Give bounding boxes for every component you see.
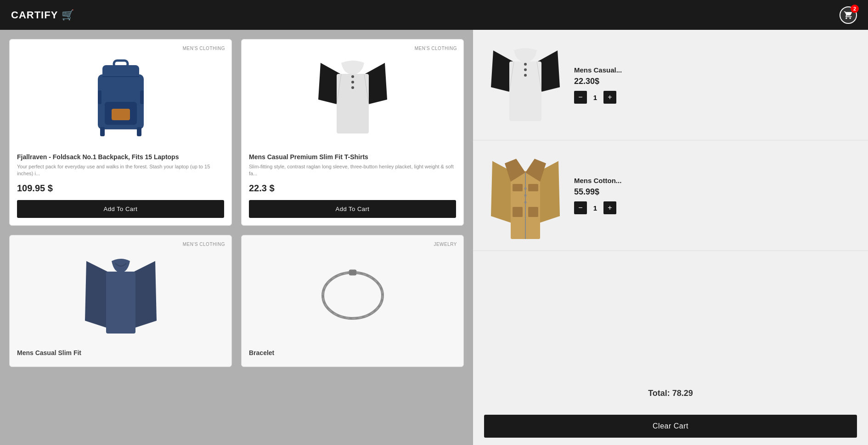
cart-item-tshirt: Mens Casual... 22.30$ − 1 +	[473, 30, 868, 140]
cart-item-details-tshirt: Mens Casual... 22.30$ − 1 +	[574, 66, 857, 104]
svg-point-45	[524, 201, 527, 204]
clear-cart-button[interactable]: Clear Cart	[484, 415, 857, 438]
cart-item-name-tshirt: Mens Casual...	[574, 66, 857, 74]
product-price-1: 109.95 $	[17, 183, 224, 194]
qty-value-tshirt: 1	[591, 94, 600, 101]
product-image-bracelet	[249, 243, 456, 344]
products-area: MEN'S CLOTHING	[0, 30, 473, 445]
svg-rect-24	[349, 270, 356, 275]
svg-rect-9	[140, 90, 144, 104]
svg-point-28	[524, 63, 527, 66]
svg-rect-39	[513, 184, 523, 191]
svg-rect-41	[513, 207, 523, 217]
product-desc-2: Slim-fitting style, contrast raglan long…	[249, 163, 456, 178]
svg-rect-21	[106, 272, 135, 334]
svg-marker-19	[85, 261, 109, 328]
svg-point-22	[323, 273, 383, 318]
product-category-3: MEN'S CLOTHING	[183, 242, 225, 247]
decrease-qty-jacket[interactable]: −	[574, 201, 587, 214]
add-to-cart-btn-1[interactable]: Add To Cart	[17, 200, 224, 218]
cart-item-jacket: Mens Cotton... 55.99$ − 1 +	[473, 140, 868, 251]
cart-item-name-jacket: Mens Cotton...	[574, 177, 857, 184]
cart-item-price-tshirt: 22.30$	[574, 77, 857, 86]
product-title-2: Mens Casual Premium Slim Fit T-Shirts	[249, 153, 456, 161]
product-card-bracelet: JEWELRY Bracelet	[241, 235, 464, 367]
product-card-backpack: MEN'S CLOTHING	[9, 39, 232, 226]
product-category-2: MEN'S CLOTHING	[415, 46, 457, 51]
cart-items-list: Mens Casual... 22.30$ − 1 +	[473, 30, 868, 379]
cart-logo-icon: 🛒	[62, 9, 74, 21]
product-image-longsleeve	[17, 243, 224, 344]
cart-badge: 2	[851, 5, 859, 13]
product-price-2: 22.3 $	[249, 183, 456, 194]
svg-rect-6	[137, 127, 141, 136]
svg-rect-4	[112, 109, 130, 120]
product-title-3: Mens Casual Slim Fit	[17, 349, 224, 356]
product-card-tshirt: MEN'S CLOTHING	[241, 39, 464, 226]
svg-rect-42	[528, 207, 538, 217]
logo-text: CARTIFY	[11, 9, 58, 21]
product-category-4: JEWELRY	[434, 242, 457, 247]
add-to-cart-btn-2[interactable]: Add To Cart	[249, 200, 456, 218]
svg-point-44	[524, 195, 527, 197]
svg-rect-5	[100, 127, 105, 136]
decrease-qty-tshirt[interactable]: −	[574, 91, 587, 104]
product-card-longsleeve: MEN'S CLOTHING Mens Casual Slim Fit	[9, 235, 232, 367]
cart-total-text: Total: 78.29	[648, 389, 693, 398]
svg-rect-40	[528, 184, 538, 191]
cart-total-section: Total: 78.29	[473, 379, 868, 407]
svg-rect-2	[114, 61, 128, 67]
increase-qty-tshirt[interactable]: +	[603, 91, 616, 104]
svg-rect-8	[98, 90, 101, 104]
svg-point-43	[524, 188, 527, 190]
cart-sidebar: Mens Casual... 22.30$ − 1 +	[473, 30, 868, 445]
svg-point-29	[524, 68, 527, 71]
svg-rect-18	[337, 74, 369, 134]
product-image-backpack	[17, 47, 224, 148]
logo: CARTIFY 🛒	[11, 9, 74, 21]
cart-footer: Clear Cart	[473, 407, 868, 445]
quantity-controls-jacket: − 1 +	[574, 201, 857, 214]
cart-button[interactable]: 2	[840, 6, 857, 24]
quantity-controls-tshirt: − 1 +	[574, 91, 857, 104]
product-title-1: Fjallraven - Foldsack No.1 Backpack, Fit…	[17, 153, 224, 161]
header: CARTIFY 🛒 2	[0, 0, 868, 30]
main-layout: MEN'S CLOTHING	[0, 30, 868, 445]
product-desc-1: Your perfect pack for everyday use and w…	[17, 163, 224, 178]
svg-marker-20	[132, 261, 157, 328]
cart-item-image-jacket	[484, 150, 567, 241]
product-title-4: Bracelet	[249, 349, 456, 356]
qty-value-jacket: 1	[591, 204, 600, 212]
cart-item-image-tshirt	[484, 39, 567, 131]
product-image-tshirt	[249, 47, 456, 148]
increase-qty-jacket[interactable]: +	[603, 201, 616, 214]
product-category-1: MEN'S CLOTHING	[183, 46, 225, 51]
cart-item-details-jacket: Mens Cotton... 55.99$ − 1 +	[574, 177, 857, 214]
svg-point-30	[524, 74, 527, 77]
cart-item-price-jacket: 55.99$	[574, 187, 857, 197]
